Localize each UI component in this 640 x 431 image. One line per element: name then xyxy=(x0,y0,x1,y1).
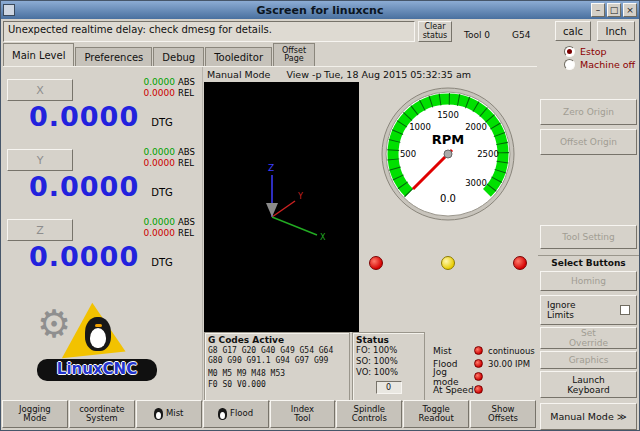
axis-group-y: Y 0.0000ABS 0.0000REL 0.0000 DTG xyxy=(7,149,198,207)
window-title: Gscreen for linuxcnc xyxy=(1,4,639,17)
app-window: Gscreen for linuxcnc – □ × Unexpected re… xyxy=(0,0,640,431)
tab-offset-page[interactable]: Offset Page xyxy=(273,43,315,66)
jog-mode-indicator-row: Jog mode xyxy=(433,370,535,383)
graphics-button[interactable]: Graphics xyxy=(540,351,637,369)
x-axis-label: X xyxy=(320,233,326,242)
tab-debug[interactable]: Debug xyxy=(153,47,204,66)
axis-x-button[interactable]: X xyxy=(7,79,73,101)
gauge-tick-1500: 1500 xyxy=(437,110,459,120)
coordinate-system-button[interactable]: coordinate System xyxy=(69,400,135,428)
status-title: Status xyxy=(356,335,421,345)
right-control-panel: Estop Machine off Zero Origin Offset Ori… xyxy=(538,45,639,430)
jog-mode-led xyxy=(474,372,483,381)
x-dtg-value: 0.0000 xyxy=(29,102,139,132)
abs-label: ABS xyxy=(178,147,198,158)
minimize-button[interactable]: – xyxy=(591,3,605,17)
linuxcnc-logo-text: LinuxCNC xyxy=(37,359,157,381)
coord-system-label: G54 xyxy=(512,30,530,40)
dtg-label: DTG xyxy=(151,117,173,128)
jogging-mode-button[interactable]: Jogging Mode xyxy=(2,400,68,428)
jog-mode-label: Jog mode xyxy=(433,367,474,387)
gauge-column: 500 1000 1500 2000 2500 3000 RPM 0.0 xyxy=(359,82,537,332)
axis-z-button[interactable]: Z xyxy=(7,219,73,241)
y-axis-label: Y xyxy=(297,192,303,201)
estop-toggle[interactable]: Estop xyxy=(538,45,639,58)
estop-radio-icon[interactable] xyxy=(564,46,575,57)
gauge-tick-1000: 1000 xyxy=(409,122,431,132)
show-offsets-button[interactable]: Show Offsets xyxy=(470,400,536,428)
homing-button[interactable]: Homing xyxy=(540,271,637,291)
abs-label: ABS xyxy=(178,77,198,88)
estop-label: Estop xyxy=(580,46,607,57)
zero-origin-button[interactable]: Zero Origin xyxy=(540,99,637,125)
y-dtg-value: 0.0000 xyxy=(29,172,139,202)
status-led-red-right xyxy=(513,256,527,270)
ignore-limits-checkbox-icon[interactable] xyxy=(620,305,630,315)
rpm-gauge: 500 1000 1500 2000 2500 3000 RPM 0.0 xyxy=(378,84,518,224)
rel-label: REL xyxy=(178,158,198,169)
linuxcnc-logo: ⚙ LinuxCNC xyxy=(37,303,159,381)
gcodes-list: G8 G17 G20 G40 G49 G54 G64 G80 G90 G91.1… xyxy=(208,346,346,365)
gremlin-3d-view[interactable]: Z Y X xyxy=(204,82,359,332)
view-header: Manual Mode View -p Tue, 18 Aug 2015 05:… xyxy=(204,67,537,82)
flood-led xyxy=(474,359,483,368)
close-button[interactable]: × xyxy=(623,3,637,17)
launch-keyboard-button[interactable]: Launch Keyboard xyxy=(540,371,637,398)
axis-group-x: X 0.0000ABS 0.0000REL 0.0000 DTG xyxy=(7,79,198,137)
machine-off-toggle[interactable]: Machine off xyxy=(538,58,639,71)
z-axis-label: Z xyxy=(268,163,274,173)
inch-toggle-button[interactable]: Inch xyxy=(597,21,635,41)
axis-y-button[interactable]: Y xyxy=(7,149,73,171)
dtg-label: DTG xyxy=(151,257,173,268)
flood-button[interactable]: Flood xyxy=(203,400,269,428)
toggle-readout-button[interactable]: Toggle Readout xyxy=(403,400,469,428)
machine-off-label: Machine off xyxy=(580,59,635,70)
maximize-button[interactable]: □ xyxy=(607,3,621,17)
gauge-title: RPM xyxy=(432,132,464,147)
datetime-label: Tue, 18 Aug 2015 05:32:35 am xyxy=(324,69,471,80)
tab-tooleditor[interactable]: Tooleditor xyxy=(205,47,272,66)
index-tool-button[interactable]: Index Tool xyxy=(270,400,336,428)
mist-led xyxy=(474,346,483,355)
tab-main-level[interactable]: Main Level xyxy=(3,43,74,66)
mode-label: Manual Mode xyxy=(207,69,270,80)
status-led-red-left xyxy=(369,256,383,270)
flood-penguin-icon xyxy=(218,408,227,420)
mcodes-list: M0 M5 M9 M48 M53 xyxy=(208,369,346,379)
tool-setting-button[interactable]: Tool Setting xyxy=(540,225,637,249)
mist-penguin-icon xyxy=(154,408,163,420)
tab-bar: Main Level Preferences Debug Tooleditor … xyxy=(3,43,537,67)
gauge-tick-2000: 2000 xyxy=(465,122,487,132)
offset-origin-button[interactable]: Offset Origin xyxy=(540,129,637,155)
abs-label: ABS xyxy=(178,217,198,228)
x-abs-value: 0.0000 xyxy=(139,77,175,88)
tab-preferences[interactable]: Preferences xyxy=(75,47,152,66)
gauge-value: 0.0 xyxy=(440,193,456,204)
led-row xyxy=(359,256,537,270)
y-abs-value: 0.0000 xyxy=(139,147,175,158)
axes-origin-graphic: Z Y X xyxy=(204,82,359,332)
fsv-readout: F0 S0 V0.000 xyxy=(208,380,346,390)
main-body: Main Level Preferences Debug Tooleditor … xyxy=(1,43,639,430)
select-buttons-label: Select Buttons xyxy=(538,255,639,268)
ignore-limits-checkbutton[interactable]: Ignore Limits xyxy=(540,295,637,325)
mist-button[interactable]: Mist xyxy=(136,400,202,428)
spindle-controls-button[interactable]: Spindle Controls xyxy=(336,400,402,428)
velocity-override-readout: VO: 100% xyxy=(356,367,421,378)
jog-increment-value: continuous xyxy=(488,346,535,356)
z-abs-value: 0.0000 xyxy=(139,217,175,228)
mist-label: Mist xyxy=(433,346,474,356)
at-speed-label: At Speed xyxy=(433,385,474,395)
machine-off-radio-icon[interactable] xyxy=(564,59,575,70)
rel-label: REL xyxy=(178,88,198,99)
view-label: View -p xyxy=(286,69,321,80)
ignore-limits-label: Ignore Limits xyxy=(547,300,576,320)
top-status-row: Unexpected realtime delay: check dmesg f… xyxy=(1,19,639,43)
calc-button[interactable]: calc xyxy=(555,21,591,41)
manual-mode-button[interactable]: Manual Mode ≫ xyxy=(540,403,637,430)
jog-rate-value: 30.00 IPM xyxy=(488,359,535,369)
window-menu-icon[interactable] xyxy=(3,4,15,16)
dtg-label: DTG xyxy=(151,187,173,198)
clear-status-button[interactable]: Clear status xyxy=(418,21,452,42)
set-override-button[interactable]: Set Override xyxy=(540,327,637,349)
